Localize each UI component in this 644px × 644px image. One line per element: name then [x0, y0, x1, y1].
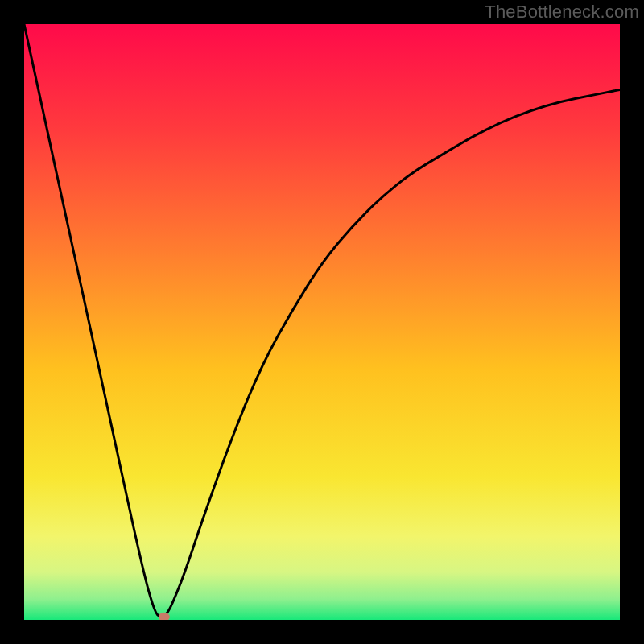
gradient-background — [24, 24, 620, 620]
plot-area — [24, 24, 620, 620]
chart-svg — [24, 24, 620, 620]
watermark-text: TheBottleneck.com — [485, 2, 639, 23]
chart-frame: TheBottleneck.com — [0, 0, 644, 644]
